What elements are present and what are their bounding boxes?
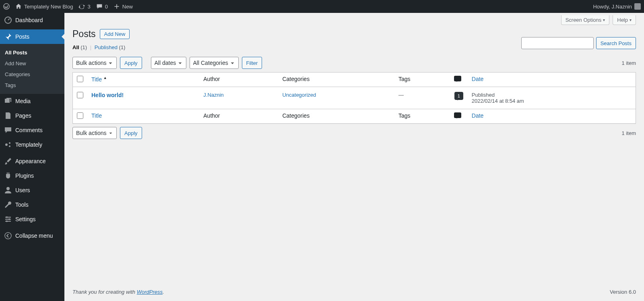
avatar	[634, 3, 641, 10]
item-count-top: 1 item	[622, 60, 636, 66]
menu-users[interactable]: Users	[0, 183, 64, 197]
screen-meta-links: Screen Options Help	[64, 13, 644, 25]
submenu-tags[interactable]: Tags	[0, 80, 64, 91]
bulk-actions-select-bottom[interactable]: Bulk actions	[72, 127, 117, 139]
page-icon	[4, 112, 12, 120]
menu-tools[interactable]: Tools	[0, 197, 64, 212]
add-new-button[interactable]: Add New	[100, 29, 130, 39]
submenu-all-posts[interactable]: All Posts	[0, 47, 64, 58]
dashboard-icon	[4, 16, 12, 24]
row-date: Published 2022/02/14 at 8:54 am	[468, 87, 636, 109]
screen-options-button[interactable]: Screen Options	[561, 15, 610, 25]
home-icon	[15, 3, 22, 10]
menu-appearance[interactable]: Appearance	[0, 154, 64, 168]
select-all-top[interactable]	[77, 76, 83, 82]
admin-footer: Thank you for creating with WordPress. V…	[64, 283, 644, 301]
wp-logo[interactable]	[3, 3, 10, 10]
col-tags: Tags	[394, 73, 450, 87]
plus-icon	[114, 3, 120, 10]
submenu-add-new[interactable]: Add New	[0, 58, 64, 69]
menu-label: Tools	[15, 201, 29, 208]
select-all-bottom[interactable]	[77, 112, 83, 119]
col-title-foot[interactable]: Title	[87, 109, 199, 123]
col-title[interactable]: Title ▲	[87, 73, 199, 87]
admin-bar-right: Howdy, J.Naznin	[593, 3, 641, 10]
filter-button[interactable]: Filter	[242, 57, 262, 69]
comment-icon	[96, 3, 103, 10]
row-comment-count[interactable]: 1	[454, 92, 463, 100]
help-button[interactable]: Help	[613, 15, 636, 25]
view-published-count: (1)	[119, 44, 126, 50]
admin-bar: Templately New Blog 3 0 New Howdy, J.Naz…	[0, 0, 644, 13]
bulk-actions-select-top[interactable]: Bulk actions	[72, 57, 117, 69]
wrench-icon	[4, 201, 12, 209]
comment-icon	[454, 112, 461, 118]
search-posts-button[interactable]: Search Posts	[596, 37, 636, 49]
col-date-foot[interactable]: Date	[468, 109, 636, 123]
search-box: Search Posts	[521, 37, 636, 49]
col-comments[interactable]	[450, 73, 468, 87]
menu-plugins[interactable]: Plugins	[0, 168, 64, 183]
menu-label: Users	[15, 187, 30, 193]
collapse-icon	[4, 232, 12, 240]
comment-icon	[454, 76, 461, 81]
menu-pages[interactable]: Pages	[0, 108, 64, 123]
col-checkbox	[73, 73, 87, 87]
menu-comments[interactable]: Comments	[0, 123, 64, 137]
date-filter-select[interactable]: All dates	[151, 57, 186, 69]
table-row: Hello world! J.Naznin Uncategorized — 1 …	[73, 87, 636, 109]
menu-label: Posts	[15, 33, 29, 40]
wordpress-icon	[3, 3, 10, 10]
row-category-link[interactable]: Uncategorized	[282, 92, 316, 98]
row-author-link[interactable]: J.Naznin	[203, 92, 224, 98]
menu-collapse[interactable]: Collapse menu	[0, 228, 64, 243]
account-link[interactable]: Howdy, J.Naznin	[593, 3, 641, 10]
sliders-icon	[4, 215, 12, 223]
menu-label: Appearance	[15, 158, 46, 164]
view-all[interactable]: All	[72, 44, 79, 50]
apply-button-bottom[interactable]: Apply	[120, 127, 142, 139]
footer-thanks: Thank you for creating with WordPress.	[72, 289, 164, 295]
menu-label: Media	[15, 98, 31, 104]
new-link[interactable]: New	[114, 3, 133, 10]
menu-label: Plugins	[15, 172, 34, 179]
col-categories-foot: Categories	[278, 109, 394, 123]
row-checkbox[interactable]	[77, 92, 83, 98]
col-author-foot[interactable]: Author	[199, 109, 278, 123]
menu-templately[interactable]: Templately	[0, 137, 64, 152]
submenu-categories[interactable]: Categories	[0, 69, 64, 80]
new-label: New	[122, 4, 133, 10]
col-date[interactable]: Date	[468, 73, 636, 87]
col-tags-foot: Tags	[394, 109, 450, 123]
search-input[interactable]	[521, 37, 594, 49]
comments-link[interactable]: 0	[96, 3, 108, 10]
svg-point-9	[5, 232, 11, 239]
site-link[interactable]: Templately New Blog	[15, 3, 73, 10]
howdy-text: Howdy, J.Naznin	[593, 4, 632, 10]
admin-sidebar: Dashboard Posts All Posts Add New Catego…	[0, 13, 64, 301]
col-comments-foot[interactable]	[450, 109, 468, 123]
menu-media[interactable]: Media	[0, 94, 64, 108]
view-published[interactable]: Published	[95, 44, 118, 50]
col-checkbox-foot	[73, 109, 87, 123]
svg-point-7	[8, 218, 10, 220]
menu-label: Dashboard	[15, 17, 43, 23]
col-author[interactable]: Author	[199, 73, 278, 87]
row-title-link[interactable]: Hello world!	[91, 92, 124, 98]
item-count-bottom: 1 item	[622, 130, 636, 136]
svg-point-4	[9, 145, 10, 147]
updates-link[interactable]: 3	[78, 3, 90, 10]
footer-version: Version 6.0	[610, 289, 636, 295]
media-icon	[4, 97, 12, 105]
posts-table: Title ▲ Author Categories Tags Date Hell…	[72, 72, 636, 124]
apply-button-top[interactable]: Apply	[120, 57, 142, 69]
view-all-count: (1)	[80, 44, 87, 50]
plugin-icon	[4, 172, 12, 180]
category-filter-select[interactable]: All Categories	[190, 57, 239, 69]
menu-dashboard[interactable]: Dashboard	[0, 13, 64, 27]
wordpress-link[interactable]: WordPress	[137, 289, 163, 295]
menu-label: Pages	[15, 112, 31, 119]
menu-label: Settings	[15, 216, 36, 222]
menu-posts[interactable]: Posts	[0, 29, 64, 44]
menu-settings[interactable]: Settings	[0, 212, 64, 226]
